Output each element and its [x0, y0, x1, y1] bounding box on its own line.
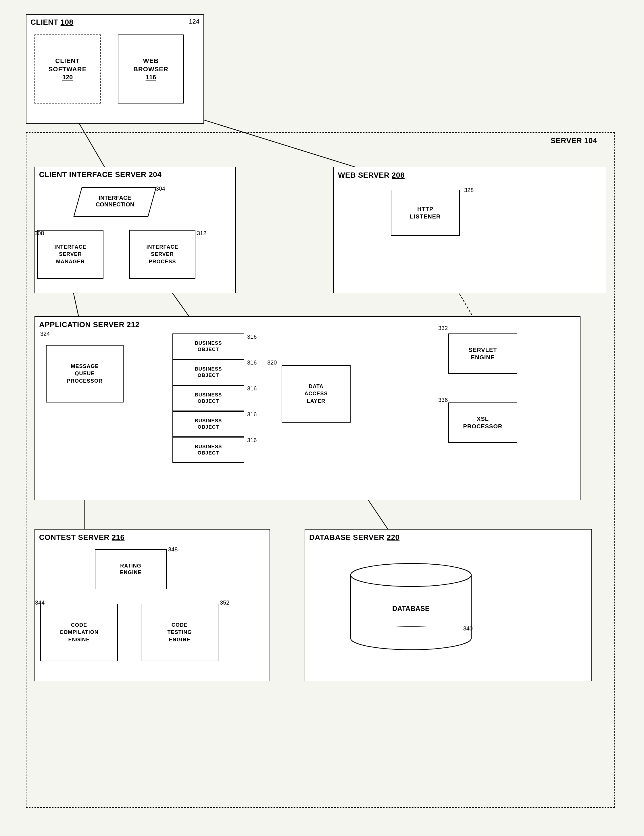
interface-server-manager-308-box: INTERFACE SERVER MANAGER — [37, 230, 103, 279]
cs-number: 216 — [112, 533, 125, 542]
cis-number: 204 — [148, 170, 161, 179]
http-listener-328-box: HTTP LISTENER — [391, 190, 460, 236]
web-browser-116-box: WEB BROWSER 116 — [118, 34, 184, 103]
cs-label: CONTEST SERVER 216 — [39, 533, 125, 542]
ws-number: 208 — [392, 171, 404, 180]
bo1-number: 316 — [247, 333, 257, 340]
cce-number: 344 — [35, 599, 44, 606]
bo2-number: 316 — [247, 359, 257, 366]
isp-number: 312 — [197, 230, 206, 237]
xslp-number: 336 — [438, 397, 448, 403]
isp-label: INTERFACE SERVER PROCESS — [146, 243, 178, 265]
cte-number: 352 — [220, 599, 229, 606]
client-software-label: CLIENT SOFTWARE — [49, 57, 87, 73]
svg-point-22 — [351, 563, 471, 586]
dal-number: 320 — [267, 359, 277, 366]
business-object-5-box: BUSINESS OBJECT — [173, 437, 244, 463]
client-number: 108 — [60, 18, 73, 26]
client-software-120-box: CLIENT SOFTWARE 120 — [34, 34, 101, 103]
ism-number: 308 — [34, 230, 44, 237]
server-number: 104 — [584, 136, 597, 145]
business-object-2-box: BUSINESS OBJECT — [173, 359, 244, 385]
http-listener-number: 328 — [464, 187, 474, 193]
business-object-1-box: BUSINESS OBJECT — [173, 333, 244, 359]
code-compilation-engine-344-box: CODE COMPILATION ENGINE — [40, 604, 118, 661]
ism-label: INTERFACE SERVER MANAGER — [54, 243, 86, 265]
bo5-number: 316 — [247, 437, 257, 444]
interface-connection-number: 304 — [156, 185, 165, 192]
bo3-number: 316 — [247, 385, 257, 392]
server-label: SERVER 104 — [551, 136, 597, 145]
interface-server-process-312-box: INTERFACE SERVER PROCESS — [129, 230, 196, 279]
database-340-container: DATABASE 340 — [348, 558, 474, 653]
client-label: CLIENT 108 — [31, 18, 73, 27]
svg-rect-24 — [351, 627, 471, 638]
as-number: 212 — [127, 320, 140, 329]
svg-text:DATABASE: DATABASE — [392, 604, 430, 612]
svg-text:CONNECTION: CONNECTION — [96, 201, 134, 207]
re-number: 348 — [168, 546, 178, 553]
as-label: APPLICATION SERVER 212 — [39, 320, 140, 329]
data-access-layer-320-box: DATA ACCESS LAYER — [282, 365, 351, 423]
client-sub-number: 124 — [189, 18, 199, 25]
xsl-processor-336-box: XSL PROCESSOR — [448, 402, 517, 443]
servlet-engine-332-box: SERVLET ENGINE — [448, 333, 517, 374]
interface-connection-304-container: INTERFACE CONNECTION 304 — [73, 187, 157, 217]
diagram-container: CLIENT 108 124 CLIENT SOFTWARE 120 WEB B… — [17, 11, 626, 828]
db-number: 340 — [463, 625, 473, 632]
client-software-number: 120 — [62, 73, 73, 81]
business-object-3-box: BUSINESS OBJECT — [173, 385, 244, 411]
se-number: 332 — [438, 325, 448, 331]
rating-engine-348-box: RATING ENGINE — [95, 549, 167, 589]
cis-label: CLIENT INTERFACE SERVER 204 — [39, 170, 161, 179]
web-browser-label: WEB BROWSER — [133, 57, 168, 73]
code-testing-engine-352-box: CODE TESTING ENGINE — [141, 604, 218, 661]
web-server-208-box: WEB SERVER 208 — [333, 167, 607, 293]
mqp-number: 324 — [40, 331, 50, 337]
business-object-4-box: BUSINESS OBJECT — [173, 411, 244, 437]
dbs-label: DATABASE SERVER 220 — [309, 533, 399, 542]
web-browser-number: 116 — [146, 73, 157, 81]
message-queue-processor-324-box: MESSAGE QUEUE PROCESSOR — [46, 345, 124, 402]
dbs-number: 220 — [387, 533, 400, 542]
svg-text:INTERFACE: INTERFACE — [99, 194, 131, 201]
bo4-number: 316 — [247, 411, 257, 418]
http-listener-label: HTTP LISTENER — [410, 205, 441, 220]
ws-label: WEB SERVER 208 — [338, 171, 404, 180]
